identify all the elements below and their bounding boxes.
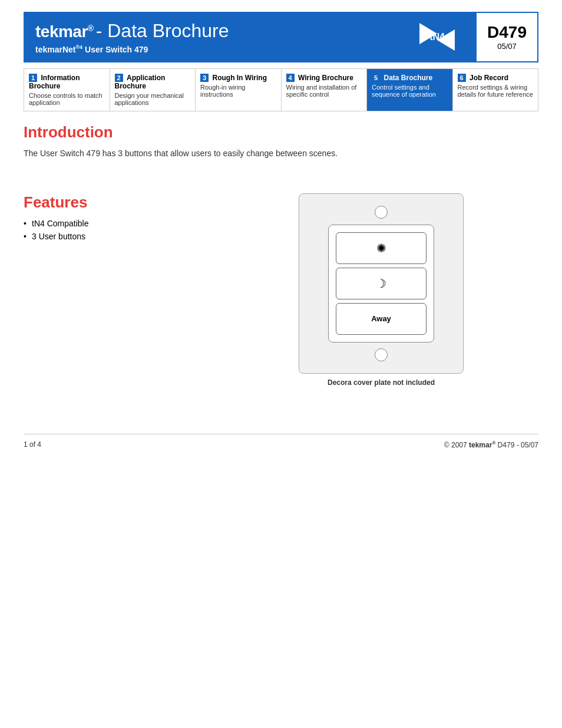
tn4-block: tN4	[399, 13, 475, 61]
device-indicator-bottom	[375, 348, 388, 361]
tab-6-title: Job Record	[470, 74, 508, 82]
tab-5-desc: Control settings and sequence of operati…	[372, 84, 448, 98]
intro-text: The User Switch 479 has 3 buttons that a…	[24, 149, 538, 158]
tekmar-logo: tekmar®	[35, 22, 94, 41]
copyright-rest: D479 - 05/07	[495, 441, 538, 449]
tab-jobrecord[interactable]: 6 Job Record Record settings & wiring de…	[453, 69, 538, 111]
device-btn-sun: ✺	[336, 232, 427, 264]
tab-4-number: 4	[286, 74, 295, 82]
tab-2-header: 2 Application Brochure	[115, 74, 191, 90]
logo-sup: ®	[88, 24, 94, 33]
logo-text: tekmar	[35, 22, 88, 41]
doc-number-block: D479 05/07	[475, 13, 537, 61]
tab-1-header: 1 Information Brochure	[29, 74, 105, 90]
tab-5-title: Data Brochure	[384, 74, 432, 82]
features-left: Features tN4 Compatible 3 User buttons	[24, 193, 200, 245]
device-illustration: ✺ ☽ Away Decora cover plate not included	[224, 193, 538, 387]
subtitle-rest: User Switch 479	[82, 45, 148, 54]
header-subtitle: tekmarNet®4 User Switch 479	[35, 44, 388, 54]
sun-icon: ✺	[376, 241, 386, 255]
footer-tekmar-logo: tekmar®	[469, 441, 495, 449]
header-title: tekmar® - Data Brochure	[35, 20, 388, 42]
footer-brand: tekmar	[469, 441, 492, 449]
tab-3-number: 3	[200, 74, 209, 82]
tn4-label: tN4	[429, 32, 445, 42]
tab-1-number: 1	[29, 74, 37, 82]
tab-3-header: 3 Rough In Wiring	[200, 74, 276, 82]
tab-application[interactable]: 2 Application Brochure Design your mecha…	[110, 69, 196, 111]
tab-2-number: 2	[115, 74, 123, 82]
tab-information[interactable]: 1 Information Brochure Choose controls t…	[24, 69, 110, 111]
device-indicator-top	[375, 206, 388, 219]
tab-4-desc: Wiring and installation of specific cont…	[286, 84, 362, 98]
doc-date: 05/07	[497, 42, 517, 51]
nav-tabs: 1 Information Brochure Choose controls t…	[24, 68, 538, 111]
footer-page: 1 of 4	[24, 440, 41, 449]
subtitle-tekmarnet: tekmarNet	[35, 45, 75, 54]
tab-6-desc: Record settings & wiring details for fut…	[458, 84, 534, 98]
tab-5-number: 5	[372, 74, 380, 82]
features-list: tN4 Compatible 3 User buttons	[24, 219, 200, 241]
tab-3-desc: Rough-in wiring instructions	[200, 84, 276, 98]
moon-icon: ☽	[376, 276, 386, 291]
tab-roughin[interactable]: 3 Rough In Wiring Rough-in wiring instru…	[196, 69, 282, 111]
header-data-text: - Data Brochure	[96, 20, 229, 42]
tab-6-number: 6	[458, 74, 466, 82]
tab-4-title: Wiring Brochure	[298, 74, 353, 82]
tab-1-desc: Choose controls to match application	[29, 92, 105, 106]
device-btn-away: Away	[336, 303, 427, 335]
tab-6-header: 6 Job Record	[458, 74, 534, 82]
copyright-text: © 2007	[444, 441, 469, 449]
subtitle-sup: ®4	[75, 44, 82, 50]
footer-copyright: © 2007 tekmar® D479 - 05/07	[444, 440, 538, 449]
tn4-arrows: tN4	[411, 21, 464, 53]
tab-wiring[interactable]: 4 Wiring Brochure Wiring and installatio…	[282, 69, 368, 111]
doc-number: D479	[487, 23, 527, 42]
tab-3-title: Rough In Wiring	[212, 74, 267, 82]
device-buttons-group: ✺ ☽ Away	[328, 225, 434, 342]
tab-2-desc: Design your mechanical applications	[115, 92, 191, 106]
device-caption: Decora cover plate not included	[328, 378, 435, 387]
tab-5-header: 5 Data Brochure	[372, 74, 448, 82]
features-title: Features	[24, 193, 200, 212]
feature-item-1: tN4 Compatible	[32, 219, 89, 228]
header-title-block: tekmar® - Data Brochure tekmarNet®4 User…	[25, 13, 399, 61]
list-item: 3 User buttons	[24, 232, 200, 241]
feature-item-2: 3 User buttons	[32, 232, 85, 241]
features-section: Features tN4 Compatible 3 User buttons ✺	[24, 193, 538, 387]
list-item: tN4 Compatible	[24, 219, 200, 228]
intro-title: Introduction	[24, 123, 538, 141]
tab-data[interactable]: 5 Data Brochure Control settings and seq…	[367, 69, 453, 111]
footer: 1 of 4 © 2007 tekmar® D479 - 05/07	[24, 434, 538, 449]
device-btn-moon: ☽	[336, 268, 427, 299]
device-outer: ✺ ☽ Away	[299, 193, 464, 374]
tab-4-header: 4 Wiring Brochure	[286, 74, 362, 82]
features-layout: Features tN4 Compatible 3 User buttons ✺	[24, 193, 538, 387]
header: tekmar® - Data Brochure tekmarNet®4 User…	[24, 12, 538, 62]
away-label: Away	[371, 314, 391, 323]
